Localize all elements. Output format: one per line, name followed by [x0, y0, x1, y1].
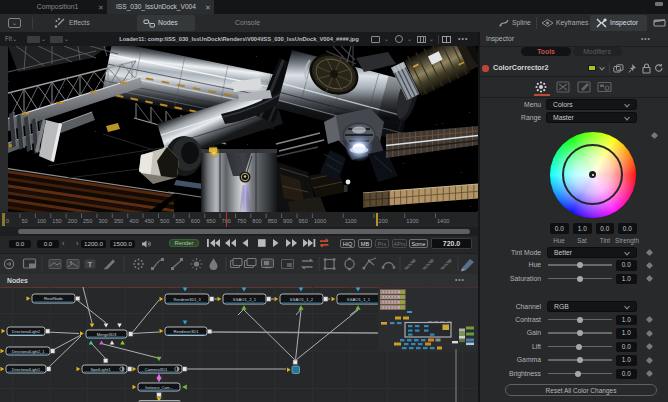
svg-text:RootNode: RootNode: [44, 296, 64, 301]
svg-text:1000: 1000: [314, 218, 326, 224]
svg-text:100: 100: [37, 218, 46, 224]
svg-text:750: 750: [237, 218, 246, 224]
svg-text:0: 0: [6, 218, 9, 224]
svg-text:350: 350: [114, 218, 123, 224]
svg-text:250: 250: [83, 218, 92, 224]
svg-text:SSAO1_1_2: SSAO1_1_2: [290, 297, 314, 302]
svg-text:900: 900: [283, 218, 292, 224]
svg-text:600: 600: [191, 218, 200, 224]
svg-text:SSAO1_2_1: SSAO1_2_1: [233, 297, 257, 302]
svg-text:450: 450: [145, 218, 154, 224]
svg-text:950: 950: [299, 218, 308, 224]
svg-text:50: 50: [22, 218, 28, 224]
svg-text:Renderer3D1: Renderer3D1: [173, 329, 199, 334]
svg-text:SSAO1_1_1: SSAO1_1_1: [347, 297, 371, 302]
svg-text:200: 200: [68, 218, 77, 224]
svg-text:T: T: [88, 260, 93, 269]
svg-text:Instance_Cam...: Instance_Cam...: [145, 386, 173, 390]
svg-text:Merge3D3: Merge3D3: [97, 332, 117, 337]
svg-text:DirectionalLight2: DirectionalLight2: [12, 330, 40, 334]
svg-text:1400: 1400: [437, 218, 449, 224]
svg-text:850: 850: [268, 218, 277, 224]
svg-text:DirectionalLight2_1: DirectionalLight2_1: [12, 350, 45, 354]
svg-text:300: 300: [98, 218, 107, 224]
svg-text:400: 400: [129, 218, 138, 224]
svg-text:1100: 1100: [345, 218, 357, 224]
svg-text:800: 800: [252, 218, 261, 224]
svg-text:SpotLight1: SpotLight1: [90, 367, 111, 372]
svg-text:500: 500: [160, 218, 169, 224]
svg-text:150: 150: [52, 218, 61, 224]
svg-text:550: 550: [175, 218, 184, 224]
svg-text:1300: 1300: [406, 218, 418, 224]
svg-text:Camera3D1: Camera3D1: [145, 367, 168, 372]
svg-text:Renderer3D1_3: Renderer3D1_3: [173, 298, 200, 302]
svg-text:DirectionalLight1: DirectionalLight1: [12, 368, 40, 372]
svg-text:650: 650: [206, 218, 215, 224]
